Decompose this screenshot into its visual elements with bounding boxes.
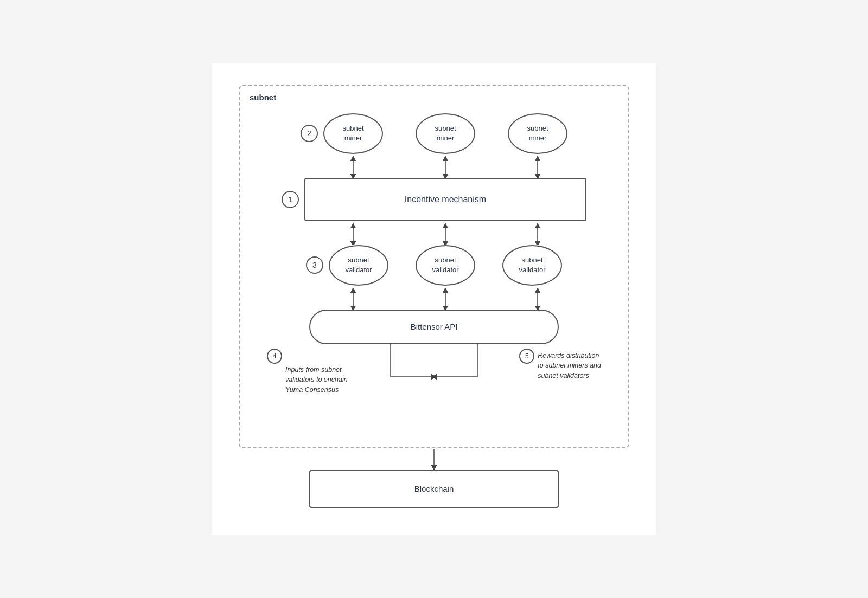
- miner-node-3: subnetminer: [508, 113, 567, 154]
- badge-3: 3: [306, 256, 323, 274]
- validator-node-3: subnetvalidator: [502, 245, 562, 286]
- arrow-val-3: [508, 223, 567, 245]
- down-arrow-svg: [418, 448, 450, 470]
- arrow-api-1: [323, 288, 383, 310]
- incentive-row: 1 Incentive mechanism: [261, 178, 607, 221]
- blockchain-section: Blockchain: [239, 470, 629, 508]
- annotation-4: Inputs from subnetvalidators to onchainY…: [285, 365, 348, 395]
- validators-nodes: subnetvalidator subnetvalidator subnetva…: [329, 245, 562, 286]
- validators-row: 3 subnetvalidator subnetvalidator subnet…: [261, 245, 607, 286]
- annotation-5: Rewards distributionto subnet miners and…: [538, 351, 601, 381]
- badge-2: 2: [301, 125, 318, 142]
- arrow-miner-3: [508, 156, 567, 178]
- validator-node-1: subnetvalidator: [329, 245, 388, 286]
- bottom-flows: 4 Inputs from subnetvalidators to onchai…: [261, 344, 607, 404]
- badge-5: 5: [519, 349, 534, 364]
- api-row: Bittensor API: [261, 310, 607, 344]
- badge-1: 1: [282, 191, 299, 208]
- miners-row: 2 subnetminer subnetminer subnetminer: [261, 113, 607, 154]
- miner-node-1: subnetminer: [323, 113, 383, 154]
- arrow-api-3: [508, 288, 567, 310]
- arrow-val-1: [323, 223, 383, 245]
- validator-api-arrows: [284, 288, 607, 310]
- arrow-miner-2: [416, 156, 475, 178]
- api-to-blockchain-arrow: [239, 448, 629, 470]
- annotation-5-group: 5 Rewards distributionto subnet miners a…: [519, 349, 601, 381]
- blockchain-box: Blockchain: [309, 470, 559, 508]
- incentive-box: Incentive mechanism: [304, 178, 586, 221]
- subnet-label: subnet: [250, 93, 276, 102]
- arrow-val-2: [416, 223, 475, 245]
- diagram-wrapper: subnet 2 subnetminer subnetminer subnetm…: [212, 63, 656, 535]
- incentive-validator-arrows: [284, 223, 607, 245]
- validator-node-2: subnetvalidator: [416, 245, 475, 286]
- miners-nodes: subnetminer subnetminer subnetminer: [323, 113, 567, 154]
- annotation-4-group: 4 Inputs from subnetvalidators to onchai…: [267, 349, 348, 395]
- arrow-miner-1: [323, 156, 383, 178]
- api-box: Bittensor API: [309, 310, 559, 344]
- arrow-api-2: [416, 288, 475, 310]
- miner-node-2: subnetminer: [416, 113, 475, 154]
- badge-4: 4: [267, 349, 282, 364]
- miner-arrows-up-down: [284, 156, 607, 178]
- subnet-container: subnet 2 subnetminer subnetminer subnetm…: [239, 85, 629, 448]
